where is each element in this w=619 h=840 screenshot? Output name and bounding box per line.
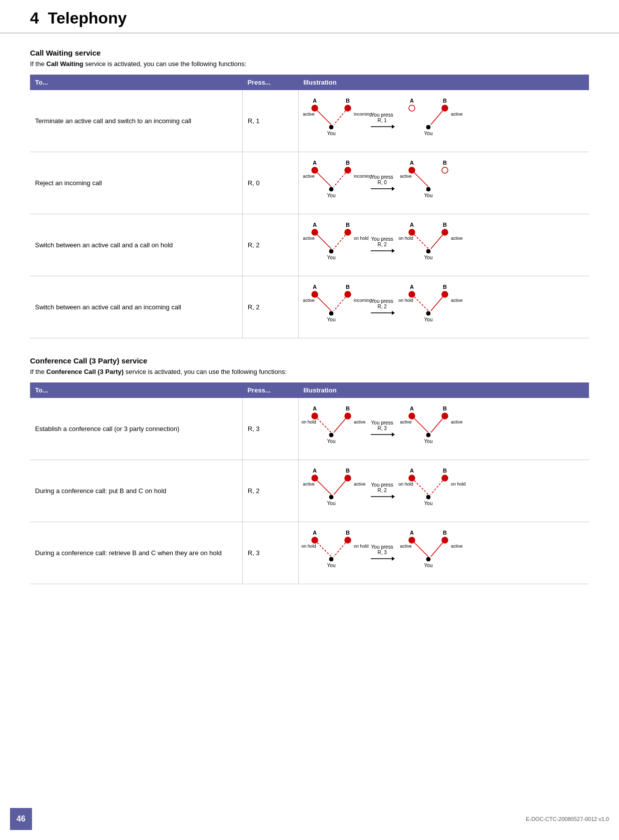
svg-point-48 [329, 249, 333, 253]
svg-text:You: You [424, 131, 432, 136]
diagram-svg: AactiveBincomingYou [304, 97, 364, 145]
cell-to: During a conference call: retrieve B and… [30, 522, 242, 584]
press-arrow-text: You press [371, 112, 393, 118]
svg-text:incoming: incoming [354, 174, 372, 179]
svg-text:active: active [303, 298, 315, 303]
cell-press: R, 3 [242, 522, 298, 584]
table-row: During a conference call: retrieve B and… [30, 522, 589, 584]
diagram-svg: AactiveBincomingYou [304, 283, 364, 331]
arrow-line [370, 555, 395, 562]
page-header: 4 Telephony [0, 0, 619, 34]
press-arrow-text: You press [371, 174, 393, 180]
cell-to: Establish a conference call (or 3 party … [30, 398, 242, 460]
svg-line-140 [412, 540, 428, 557]
illustration-cell: Aon holdBactiveYou You press R, 3 Aactiv… [304, 403, 584, 455]
diagram-svg: AactiveBincomingYou [304, 159, 364, 207]
svg-text:active: active [400, 174, 412, 179]
svg-point-111 [345, 475, 351, 481]
svg-point-22 [312, 167, 318, 173]
svg-point-28 [329, 187, 333, 191]
cell-to: Terminate an active call and switch to a… [30, 90, 242, 152]
cell-to: Switch between an active call and a call… [30, 214, 242, 276]
svg-point-8 [329, 125, 333, 129]
arrow-line [370, 309, 395, 316]
section2-intro: If the Conference Call (3 Party) service… [30, 368, 589, 375]
svg-text:active: active [451, 544, 463, 549]
svg-line-62 [315, 294, 331, 311]
svg-text:A: A [313, 284, 317, 290]
diagram-svg: AactiveBactiveYou [401, 405, 461, 453]
svg-point-18 [426, 125, 430, 129]
arrow-svg [370, 431, 395, 438]
svg-text:on hold: on hold [301, 419, 316, 425]
press-arrow-value: R, 2 [377, 242, 386, 247]
svg-text:on hold: on hold [354, 236, 369, 241]
section1-intro: If the Call Waiting service is activated… [30, 60, 589, 68]
cell-illustration: AactiveBincomingYou You press R, 1 ABact… [298, 90, 589, 152]
col-header-to: To... [30, 75, 242, 90]
svg-point-145 [442, 537, 448, 543]
svg-text:You: You [327, 439, 335, 444]
svg-text:A: A [410, 222, 414, 228]
svg-point-86 [312, 413, 318, 419]
svg-text:A: A [313, 468, 317, 474]
diagram-svg: AactiveBon holdYou [304, 221, 364, 269]
svg-point-15 [442, 105, 448, 111]
svg-point-38 [426, 187, 430, 191]
svg-marker-73 [392, 311, 395, 315]
arrow-line [370, 185, 395, 192]
svg-text:B: B [346, 160, 350, 166]
svg-point-89 [345, 413, 351, 419]
diagram-svg: Aon holdBactiveYou [401, 221, 461, 269]
svg-text:incoming: incoming [354, 298, 372, 303]
illustration-cell: AactiveBincomingYou You press R, 0 Aacti… [304, 157, 584, 209]
svg-text:You: You [424, 439, 432, 444]
svg-text:B: B [346, 530, 350, 536]
svg-marker-139 [392, 557, 395, 561]
arrow-line [370, 123, 395, 130]
svg-line-106 [315, 478, 331, 495]
cell-press: R, 2 [242, 276, 298, 338]
svg-text:You: You [327, 131, 335, 136]
table-row: Switch between an active call and an inc… [30, 276, 589, 338]
press-arrow-text: You press [371, 544, 393, 550]
cell-to: Switch between an active call and an inc… [30, 276, 242, 338]
col-header-illus: Illustration [298, 75, 589, 90]
arrow-svg [370, 493, 395, 500]
doc-id: E-DOC-CTC-20080527-0012 v1.0 [526, 816, 609, 822]
svg-line-118 [412, 478, 428, 495]
press-arrow-value: R, 0 [377, 180, 386, 185]
press-arrow: You press R, 1 [370, 112, 395, 130]
svg-text:You: You [424, 193, 432, 198]
svg-point-60 [426, 249, 430, 253]
svg-text:You: You [424, 501, 432, 506]
svg-text:You: You [424, 255, 432, 260]
svg-text:You: You [327, 255, 335, 260]
svg-point-2 [312, 105, 318, 111]
svg-text:active: active [451, 298, 463, 303]
svg-text:active: active [451, 236, 463, 241]
svg-text:active: active [354, 482, 366, 487]
diagram-svg: Aon holdBactiveYou [304, 405, 364, 453]
cell-to: During a conference call: put B and C on… [30, 460, 242, 522]
press-arrow-text: You press [371, 236, 393, 242]
arrow-svg [370, 247, 395, 254]
call-waiting-table: To... Press... Illustration Terminate an… [30, 75, 589, 338]
press-arrow: You press R, 3 [370, 544, 395, 562]
diagram-svg: Aon holdBon holdYou [401, 467, 461, 515]
svg-point-64 [312, 291, 318, 297]
svg-line-32 [412, 170, 428, 187]
cell-illustration: Aon holdBactiveYou You press R, 3 Aactiv… [298, 398, 589, 460]
svg-text:active: active [400, 419, 412, 425]
illustration-cell: AactiveBincomingYou You press R, 1 ABact… [304, 95, 584, 147]
svg-text:You: You [424, 317, 432, 322]
cell-press: R, 2 [242, 214, 298, 276]
svg-point-5 [345, 105, 351, 111]
press-arrow-value: R, 2 [377, 304, 386, 309]
svg-point-126 [426, 495, 430, 499]
svg-text:on hold: on hold [354, 544, 369, 549]
section2-title: Conference Call (3 Party) service [30, 356, 589, 365]
svg-text:B: B [443, 405, 447, 411]
svg-text:incoming: incoming [354, 112, 372, 117]
svg-point-142 [409, 537, 415, 543]
